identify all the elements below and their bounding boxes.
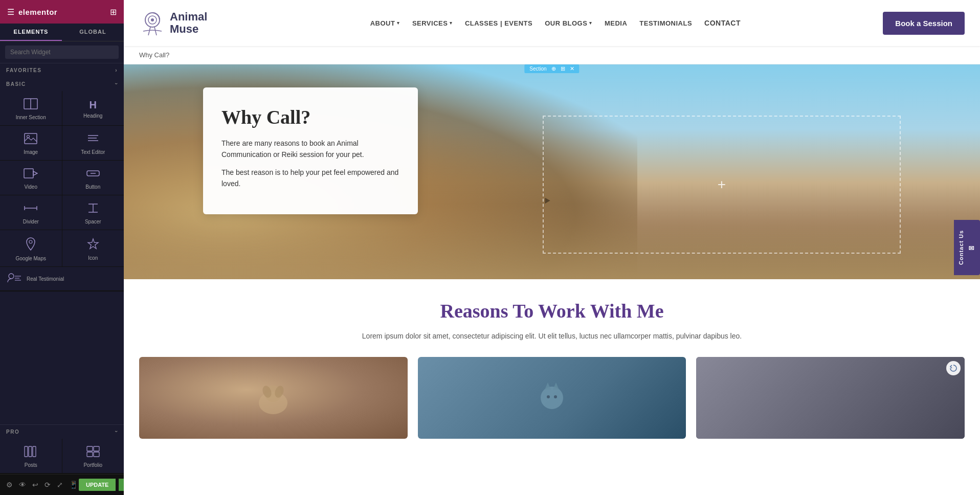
widget-inner-section-label: Inner Section <box>16 115 46 120</box>
card-dog1 <box>139 357 408 439</box>
posts-icon <box>24 446 37 459</box>
widget-video[interactable]: Video <box>0 161 62 195</box>
handle-grid-btn[interactable]: ⊞ <box>559 65 567 72</box>
svg-rect-22 <box>25 446 28 457</box>
svg-line-33 <box>154 27 157 35</box>
widget-text-editor[interactable]: Text Editor <box>62 126 124 160</box>
svg-rect-23 <box>29 446 32 457</box>
nav-about[interactable]: ABOUT ▾ <box>370 19 400 27</box>
svg-point-31 <box>151 18 154 21</box>
hero-right-column[interactable]: + <box>543 116 901 254</box>
widget-posts-label: Posts <box>25 462 37 468</box>
image-icon <box>24 133 37 146</box>
svg-point-18 <box>9 274 14 279</box>
widget-divider[interactable]: Divider <box>0 195 62 230</box>
widget-image[interactable]: Image <box>0 126 62 160</box>
widget-real-testimonial[interactable]: Real Testimonial <box>0 267 124 290</box>
favorites-section[interactable]: FAVORITES › <box>0 63 124 77</box>
why-call-box: Why Call? There are many reasons to book… <box>203 87 418 214</box>
svg-marker-40 <box>553 382 559 390</box>
real-testimonial-icon <box>7 272 21 285</box>
logo-spiral-icon <box>139 10 166 36</box>
widget-divider-label: Divider <box>23 219 39 224</box>
card-row <box>139 357 965 439</box>
nav-testimonials[interactable]: TESTIMONIALS <box>639 19 692 27</box>
site-logo[interactable]: Animal Muse <box>139 10 207 36</box>
tab-elements[interactable]: ELEMENTS <box>0 24 62 41</box>
hero-section[interactable]: Section ⊕ ⊞ ✕ Why Call? There are many r… <box>124 64 980 279</box>
widget-google-maps[interactable]: Google Maps <box>0 230 62 266</box>
toolbar-preview-icon[interactable]: ⤢ <box>56 480 64 490</box>
handle-move-btn[interactable]: ⊕ <box>549 65 558 72</box>
nav-media[interactable]: MEDIA <box>605 19 627 27</box>
svg-point-38 <box>541 387 563 409</box>
widget-grid-basic: Inner Section H Heading Image Text Edito… <box>0 91 124 291</box>
logo-line1: Animal <box>170 11 207 23</box>
main-content: Animal Muse ABOUT ▾ SERVICES ▾ CLASSES |… <box>124 0 980 495</box>
svg-line-32 <box>148 27 150 35</box>
site-navbar: Animal Muse ABOUT ▾ SERVICES ▾ CLASSES |… <box>124 0 980 46</box>
search-input[interactable] <box>5 46 119 59</box>
widget-button-label: Button <box>85 184 100 190</box>
widget-icon-label: Icon <box>88 255 98 261</box>
nav-classes[interactable]: CLASSES | EVENTS <box>465 19 532 27</box>
favorites-label: FAVORITES <box>6 68 41 73</box>
widget-text-editor-label: Text Editor <box>81 149 105 155</box>
toolbar-responsive-icon[interactable]: 📱 <box>68 480 79 490</box>
pro-chevron: › <box>114 431 119 433</box>
add-content-plus-icon[interactable]: + <box>718 176 726 193</box>
breadcrumb-text: Why Call? <box>139 51 169 59</box>
card-cat <box>418 357 686 439</box>
widget-google-maps-label: Google Maps <box>16 256 46 261</box>
toolbar-undo-icon[interactable]: ↩ <box>31 480 39 490</box>
widget-image-label: Image <box>24 149 38 155</box>
update-button[interactable]: UPDATE <box>79 479 116 491</box>
cat-icon <box>531 377 572 418</box>
widget-spacer[interactable]: Spacer <box>62 195 124 230</box>
nav-contact[interactable]: CONTACT <box>704 19 741 27</box>
toolbar-settings-icon[interactable]: ⚙ <box>5 480 14 490</box>
sidebar-header: ☰ elementor ⊞ <box>0 0 124 24</box>
contact-us-icon: ✉ <box>968 243 976 252</box>
svg-marker-8 <box>33 171 37 175</box>
logo-line2: Muse <box>170 23 207 35</box>
update-icon[interactable] <box>946 361 961 375</box>
svg-point-17 <box>29 240 32 243</box>
svg-point-42 <box>554 395 557 398</box>
cursor-indicator <box>543 197 551 206</box>
elementor-sidebar: ☰ elementor ⊞ ELEMENTS GLOBAL FAVORITES … <box>0 0 124 495</box>
pro-label: PRO <box>6 429 19 435</box>
why-call-title: Why Call? <box>221 106 399 128</box>
widget-heading-label: Heading <box>83 113 102 119</box>
heading-icon: H <box>90 100 97 110</box>
breadcrumb-bar: Why Call? <box>124 46 980 64</box>
widget-button[interactable]: Button <box>62 161 124 195</box>
basic-section-title[interactable]: BASIC › <box>0 77 124 91</box>
divider-icon <box>24 202 38 216</box>
about-chevron-icon: ▾ <box>397 20 400 26</box>
contact-us-label: Contact Us <box>958 230 964 265</box>
widget-heading[interactable]: H Heading <box>62 91 124 125</box>
nav-links: ABOUT ▾ SERVICES ▾ CLASSES | EVENTS OUR … <box>228 19 883 27</box>
widget-inner-section[interactable]: Inner Section <box>0 91 62 125</box>
grid-icon[interactable]: ⊞ <box>110 7 117 17</box>
widget-video-label: Video <box>25 184 37 190</box>
widget-icon[interactable]: Icon <box>62 230 124 266</box>
contact-us-sidebar-button[interactable]: ✉ Contact Us <box>954 220 980 275</box>
handle-close-btn[interactable]: ✕ <box>568 65 576 72</box>
svg-rect-26 <box>94 446 99 451</box>
hamburger-icon[interactable]: ☰ <box>7 7 14 17</box>
book-session-button[interactable]: Book a Session <box>883 12 965 35</box>
nav-services[interactable]: SERVICES ▾ <box>412 19 453 27</box>
pro-section-title[interactable]: PRO › <box>0 425 124 439</box>
toolbar-eye-icon[interactable]: 👁 <box>18 480 27 490</box>
toolbar-history-icon[interactable]: ⟳ <box>43 480 52 490</box>
nav-blogs[interactable]: OUR BLOGS ▾ <box>545 19 592 27</box>
basic-chevron: › <box>114 83 119 85</box>
svg-rect-2 <box>25 133 37 144</box>
widget-portfolio[interactable]: Portfolio <box>62 439 124 473</box>
text-editor-icon <box>86 133 100 146</box>
tab-global[interactable]: GLOBAL <box>62 24 124 41</box>
widget-posts[interactable]: Posts <box>0 439 62 473</box>
pro-section: PRO › Posts Portfolio <box>0 424 124 474</box>
